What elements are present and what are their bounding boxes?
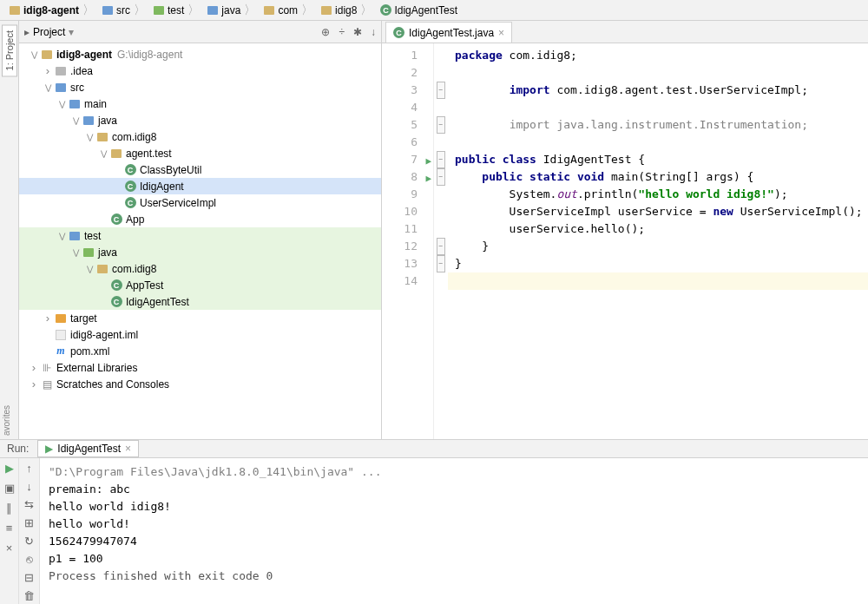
code-line[interactable]: UserServiceImpl userService = new UserSe… xyxy=(448,203,868,220)
breadcrumb-item[interactable]: java〉 xyxy=(203,3,260,18)
folder-icon xyxy=(320,4,332,16)
close-icon[interactable]: × xyxy=(498,27,504,39)
code-line[interactable]: } xyxy=(448,238,868,255)
run-toolbar-left: ▶▣∥≡× xyxy=(0,458,19,604)
run-action-button[interactable]: ⊟ xyxy=(24,571,34,584)
tree-node[interactable]: ⋁src xyxy=(19,79,381,95)
tree-node[interactable]: CIdigAgent xyxy=(19,178,381,194)
fold-gutter[interactable]: −−−−−− xyxy=(434,43,448,439)
tree-arrow-icon[interactable]: › xyxy=(28,378,40,391)
breadcrumb-item[interactable]: com〉 xyxy=(260,3,317,18)
console-line: Process finished with exit code 0 xyxy=(49,568,859,585)
code-line[interactable]: public static void main(String[] args) { xyxy=(448,168,868,186)
line-gutter[interactable]: 1234567891011121314 xyxy=(382,43,434,439)
toolbar-button[interactable]: ÷ xyxy=(339,26,345,38)
tree-node[interactable]: ⋁java xyxy=(19,244,381,260)
tree-node[interactable]: ⋁com.idig8 xyxy=(19,260,381,277)
editor-tab[interactable]: C IdigAgentTest.java × xyxy=(385,22,512,43)
code-line[interactable]: import com.idig8.agent.test.UserServiceI… xyxy=(448,82,868,99)
breadcrumb-item[interactable]: src〉 xyxy=(98,3,149,18)
breadcrumb-item[interactable]: CIdigAgentTest xyxy=(376,4,461,16)
code-line[interactable]: userService.hello(); xyxy=(448,220,868,238)
tree-node[interactable]: CAppTest xyxy=(19,277,381,293)
tree-arrow-icon[interactable]: ⋁ xyxy=(69,248,82,257)
tree-node[interactable]: ⋁main xyxy=(19,95,381,112)
tree-node[interactable]: ›▤Scratches and Consoles xyxy=(19,376,381,392)
run-action-button[interactable]: ⇆ xyxy=(24,498,34,511)
fold-marker[interactable]: − xyxy=(437,255,445,272)
run-action-button[interactable]: × xyxy=(6,542,13,555)
run-action-button[interactable]: ⎋ xyxy=(26,553,33,566)
run-action-button[interactable]: ▶ xyxy=(5,462,14,475)
folder-icon xyxy=(95,130,109,144)
code-line[interactable] xyxy=(448,134,868,151)
tree-node[interactable]: ›.idea xyxy=(19,62,381,79)
run-action-button[interactable]: ↑ xyxy=(26,462,32,475)
run-action-button[interactable]: ∥ xyxy=(6,502,12,515)
run-config-tab[interactable]: ▶ IdigAgentTest × xyxy=(37,440,139,457)
toolbar-button[interactable]: ✱ xyxy=(353,26,362,38)
run-action-button[interactable]: ⊞ xyxy=(24,516,34,529)
tree-node[interactable]: mpom.xml xyxy=(19,343,381,359)
tree-node[interactable]: CApp xyxy=(19,211,381,227)
tree-arrow-icon[interactable]: ⋁ xyxy=(97,149,109,158)
code-area[interactable]: package com.idig8; import com.idig8.agen… xyxy=(448,43,868,439)
tree-arrow-icon[interactable]: ⋁ xyxy=(28,50,40,59)
favorites-tool-tab[interactable]: avorites xyxy=(0,402,17,439)
tree-arrow-icon[interactable]: › xyxy=(42,64,54,77)
tree-node[interactable]: ⋁java xyxy=(19,112,381,128)
run-action-button[interactable]: ↻ xyxy=(24,535,34,548)
run-action-button[interactable]: ≡ xyxy=(6,522,13,535)
tree-label: idig8-agent xyxy=(56,49,112,61)
toolbar-button[interactable]: ↓ xyxy=(371,26,376,38)
project-tree[interactable]: ⋁idig8-agentG:\idig8-agent›.idea⋁src⋁mai… xyxy=(19,43,381,439)
code-line[interactable]: package com.idig8; xyxy=(448,47,868,64)
run-action-button[interactable]: ▣ xyxy=(4,482,15,495)
code-line[interactable] xyxy=(448,99,868,116)
code-editor[interactable]: 1234567891011121314 −−−−−− package com.i… xyxy=(382,43,868,439)
tree-node[interactable]: idig8-agent.iml xyxy=(19,326,381,343)
toolbar-button[interactable]: ⊕ xyxy=(321,26,330,38)
tree-node[interactable]: ⋁idig8-agentG:\idig8-agent xyxy=(19,46,381,62)
tree-node[interactable]: ›target xyxy=(19,310,381,326)
code-line[interactable]: } xyxy=(448,255,868,272)
tree-node[interactable]: ⋁com.idig8 xyxy=(19,128,381,145)
tree-node[interactable]: CUserServiceImpl xyxy=(19,194,381,211)
fold-marker[interactable]: − xyxy=(437,82,445,99)
code-line[interactable] xyxy=(448,64,868,82)
folder-icon xyxy=(102,4,114,16)
tree-arrow-icon[interactable]: ⋁ xyxy=(69,116,82,125)
console-output[interactable]: "D:\Program Files\Java\jdk1.8.0_141\bin\… xyxy=(40,458,868,604)
run-action-button[interactable]: ↓ xyxy=(26,480,32,493)
code-line[interactable] xyxy=(448,272,868,290)
breadcrumb-item[interactable]: idig8-agent〉 xyxy=(5,3,98,18)
tree-node[interactable]: CClassByteUtil xyxy=(19,161,381,178)
tree-arrow-icon[interactable]: ⋁ xyxy=(56,100,68,108)
tree-arrow-icon[interactable]: ⋁ xyxy=(56,232,68,240)
tree-arrow-icon[interactable]: ⋁ xyxy=(42,83,54,92)
folder-icon xyxy=(82,114,95,128)
tree-node[interactable]: ⋁agent.test xyxy=(19,145,381,161)
class-icon: C xyxy=(123,196,137,210)
tree-node[interactable]: ⋁test xyxy=(19,227,381,244)
breadcrumb-item[interactable]: idig8〉 xyxy=(317,3,376,18)
run-action-button[interactable]: 🗑 xyxy=(23,589,35,602)
fold-marker[interactable]: − xyxy=(437,238,445,255)
tree-arrow-icon[interactable]: ⋁ xyxy=(83,133,95,141)
code-line[interactable]: public class IdigAgentTest { xyxy=(448,151,868,168)
fold-marker[interactable]: − xyxy=(437,168,445,186)
tree-arrow-icon[interactable]: › xyxy=(42,312,54,325)
tree-node[interactable]: CIdigAgentTest xyxy=(19,293,381,310)
fold-marker[interactable]: − xyxy=(437,116,445,134)
code-line[interactable]: System.out.println("hello world idig8!")… xyxy=(448,186,868,203)
project-title[interactable]: ▸ Project ▾ xyxy=(24,26,321,38)
tree-arrow-icon[interactable]: ⋁ xyxy=(83,265,95,273)
fold-marker[interactable]: − xyxy=(437,151,445,168)
project-tool-tab[interactable]: 1: Project xyxy=(2,24,17,76)
tree-label: External Libraries xyxy=(56,362,137,374)
breadcrumb-item[interactable]: test〉 xyxy=(149,3,203,18)
tree-arrow-icon[interactable]: › xyxy=(28,361,40,374)
class-icon: C xyxy=(109,279,123,292)
tree-node[interactable]: ›⊪External Libraries xyxy=(19,359,381,376)
code-line[interactable]: import java.lang.instrument.Instrumentat… xyxy=(448,116,868,134)
